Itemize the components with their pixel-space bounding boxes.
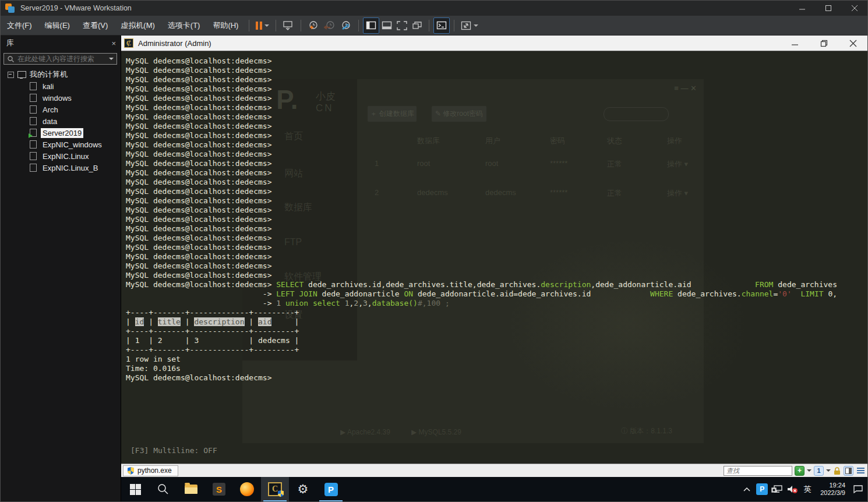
sidebar-item-expnic_windows[interactable]: ExpNIC_windows	[1, 139, 121, 150]
thumbnail-bar-button[interactable]	[379, 18, 394, 33]
library-toggle-button[interactable]	[363, 17, 379, 34]
start-button[interactable]	[121, 477, 149, 501]
stretch-guest-button[interactable]	[458, 18, 481, 33]
ctrl-alt-del-button[interactable]	[280, 18, 297, 33]
unity-button[interactable]	[410, 18, 425, 33]
phpstudy-taskbar-button[interactable]: P	[317, 477, 345, 501]
library-search-input[interactable]	[16, 54, 109, 63]
gear-icon: ⚙	[298, 482, 309, 496]
panel-toggle-button[interactable]	[844, 466, 853, 476]
menu-item-1[interactable]: 编辑(E)	[38, 16, 76, 35]
sidebar-item-arch[interactable]: Arch	[1, 104, 121, 115]
volume-muted-icon[interactable]	[786, 477, 798, 501]
fullscreen-button[interactable]	[394, 18, 410, 33]
pause-dropdown-caret[interactable]	[264, 24, 269, 27]
search-dropdown-caret[interactable]	[109, 58, 114, 60]
menu-item-3[interactable]: 虚拟机(M)	[114, 16, 161, 35]
new-console-caret[interactable]	[807, 469, 811, 472]
menu-toolbar: 文件(F)编辑(E)查看(V)虚拟机(M)选项卡(T)帮助(H)	[1, 16, 867, 36]
terminal-multiline-status: [F3] Multiline: OFF	[130, 446, 217, 455]
sidebar-item-expnic.linux[interactable]: ExpNIC.Linux	[1, 150, 121, 162]
clock-date: 2022/3/9	[820, 489, 845, 497]
phpstudy-footer-version: ⓘ 版本：8.1.1.3	[621, 426, 672, 436]
vmware-window: Server2019 - VMware Workstation 文件(F)编辑(…	[0, 0, 868, 502]
sublime-text-button[interactable]: S	[205, 477, 233, 501]
console-number-caret[interactable]	[826, 469, 831, 472]
snapshot-manager-button[interactable]	[338, 18, 354, 33]
tab-label: python.exe	[137, 466, 172, 475]
tree-root-my-computer[interactable]: 我的计算机	[1, 69, 121, 80]
guest-taskbar: S C ⚙ P P 英 19:24 2022/3/	[121, 477, 867, 501]
vm-page-icon	[30, 117, 37, 125]
cmder-taskbar-button[interactable]: C	[261, 477, 289, 501]
lock-icon[interactable]	[833, 466, 841, 475]
tab-python-exe[interactable]: python.exe	[123, 465, 178, 476]
minimize-button[interactable]	[789, 1, 815, 16]
new-console-button[interactable]: +	[795, 466, 805, 476]
terminal-title: Administrator (Admin)	[138, 39, 211, 48]
phpstudy-footer-mysql: ▶ MySQL5.5.29	[411, 428, 461, 436]
cmder-icon: C	[268, 482, 282, 496]
action-center-icon[interactable]	[852, 477, 864, 501]
sidebar-item-kali[interactable]: kali	[1, 80, 121, 92]
search-icon	[157, 483, 169, 495]
input-language-indicator[interactable]: 英	[802, 477, 813, 501]
vm-page-icon	[30, 94, 37, 102]
firefox-icon	[240, 482, 254, 496]
vm-label: ExpNIC.Linux	[41, 151, 90, 161]
unity-icon	[412, 21, 422, 30]
library-title: 库	[6, 38, 14, 48]
menu-item-5[interactable]: 帮助(H)	[206, 16, 245, 35]
vm-page-icon	[30, 164, 37, 172]
file-explorer-button[interactable]	[177, 477, 205, 501]
vm-tree: 我的计算机 kaliwindowsArchdataServer2019ExpNI…	[1, 69, 121, 174]
tray-phpstudy-icon[interactable]: P	[756, 477, 768, 501]
library-search[interactable]	[3, 53, 117, 65]
vm-label: Server2019	[41, 128, 83, 138]
terminal-minimize-button[interactable]	[780, 36, 809, 51]
firefox-button[interactable]	[233, 477, 261, 501]
library-panel: 库 × 我的计算机 kaliwindowsArchdataServer2019E…	[1, 36, 121, 501]
uac-shield-icon	[127, 466, 135, 475]
menu-item-0[interactable]: 文件(F)	[1, 16, 38, 35]
terminal-find-box[interactable]	[724, 466, 792, 476]
sidebar-item-windows[interactable]: windows	[1, 92, 121, 104]
taskbar-clock[interactable]: 19:24 2022/3/9	[817, 482, 849, 497]
tray-chevron-icon[interactable]	[741, 477, 753, 501]
sublime-icon: S	[213, 483, 225, 496]
close-button[interactable]	[841, 1, 867, 16]
snapshot-revert-button[interactable]	[322, 18, 338, 33]
windows-logo-icon	[130, 484, 141, 495]
terminal-restore-button[interactable]	[809, 36, 838, 51]
vmware-logo-icon	[5, 3, 15, 13]
menu-item-4[interactable]: 选项卡(T)	[161, 16, 207, 35]
vm-label: kali	[41, 82, 56, 91]
menu-item-2[interactable]: 查看(V)	[76, 16, 114, 35]
terminal-body[interactable]: P. 小皮 CN 首页网站数据库FTP软件管理设置 ＋ 创建数据库 ✎ 修改ro…	[121, 51, 867, 464]
sidebar-item-data[interactable]: data	[1, 115, 121, 127]
terminal-titlebar: C Administrator (Admin)	[121, 36, 867, 51]
stretch-dropdown-caret[interactable]	[474, 24, 478, 27]
tree-expander-icon[interactable]	[8, 72, 14, 78]
console-number-button[interactable]: 1	[814, 466, 824, 476]
vm-label: windows	[41, 93, 73, 103]
network-icon[interactable]	[771, 477, 783, 501]
vm-page-icon	[30, 82, 37, 90]
vm-label: ExpNIC.Linux_B	[41, 163, 100, 173]
phpstudy-icon: P	[324, 483, 338, 496]
snapshot-take-button[interactable]	[305, 18, 322, 33]
maximize-button[interactable]	[815, 1, 841, 16]
uac-shield-icon	[277, 490, 284, 497]
menu-hamburger-icon[interactable]	[857, 468, 865, 473]
vmware-titlebar: Server2019 - VMware Workstation	[1, 1, 867, 16]
taskbar-search-button[interactable]	[149, 477, 177, 501]
thumbnail-bar-icon	[382, 21, 392, 30]
console-view-button[interactable]	[433, 17, 450, 34]
running-play-icon	[29, 133, 33, 138]
library-close-icon[interactable]: ×	[111, 39, 116, 48]
pause-button[interactable]	[253, 18, 271, 33]
sidebar-item-expnic.linux_b[interactable]: ExpNIC.Linux_B	[1, 162, 121, 174]
settings-button[interactable]: ⚙	[289, 477, 317, 501]
terminal-close-button[interactable]	[838, 36, 867, 51]
sidebar-item-server2019[interactable]: Server2019	[1, 127, 121, 139]
